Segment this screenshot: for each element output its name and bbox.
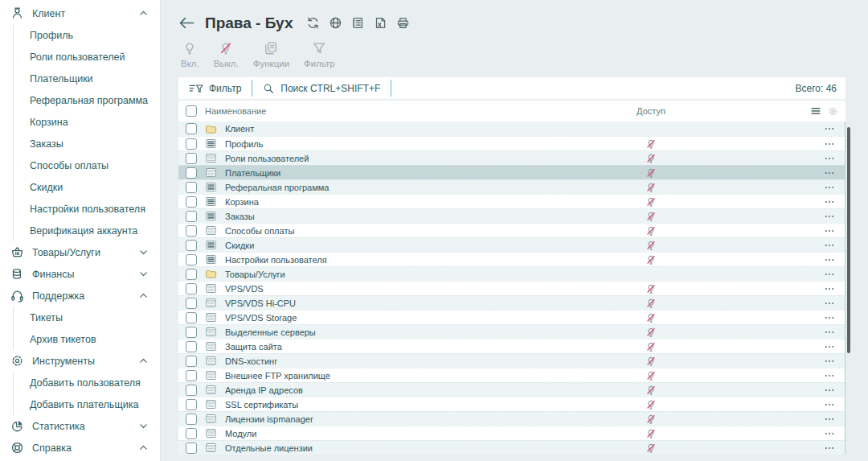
row-checkbox[interactable] [186, 385, 197, 396]
row-checkbox[interactable] [186, 225, 197, 237]
row-checkbox[interactable] [186, 240, 197, 251]
bulb-off-icon[interactable] [645, 356, 657, 367]
row-menu-button[interactable] [820, 414, 839, 425]
row-menu-button[interactable] [820, 312, 839, 323]
sidebar-item[interactable]: Способы оплаты [0, 154, 160, 176]
row-checkbox[interactable] [186, 167, 197, 179]
bulb-off-icon[interactable] [645, 385, 657, 396]
table-row[interactable]: Способы оплаты [178, 223, 845, 237]
table-row[interactable]: Корзина [178, 194, 845, 208]
chevron-up-icon[interactable] [138, 442, 149, 453]
sidebar-item[interactable]: Тикеты [0, 307, 160, 328]
row-checkbox[interactable] [186, 428, 197, 439]
chevron-up-icon[interactable] [138, 356, 149, 366]
sidebar-item[interactable]: Добавить пользователя [0, 372, 160, 393]
row-menu-button[interactable] [820, 153, 839, 164]
sidebar-item[interactable]: Настройки пользователя [0, 198, 160, 220]
bulb-off-icon[interactable] [645, 341, 657, 352]
table-row[interactable]: Товары/Услуги [178, 266, 845, 281]
table-row[interactable]: Внешнее FTP хранилище [178, 368, 845, 382]
log-icon[interactable] [351, 16, 365, 30]
gear-icon[interactable] [828, 106, 838, 117]
bulb-off-icon[interactable] [645, 225, 657, 237]
row-checkbox[interactable] [186, 370, 197, 381]
row-menu-button[interactable] [820, 138, 839, 150]
sidebar-item[interactable]: Роли пользователей [0, 46, 160, 68]
bulb-off-icon[interactable] [645, 399, 657, 410]
sidebar-item[interactable]: Плательщики [0, 68, 160, 89]
table-row[interactable]: Лицензии ispmanager [178, 411, 845, 426]
row-menu-button[interactable] [820, 211, 839, 222]
table-row[interactable]: Роли пользователей [178, 150, 845, 165]
hamburger-icon[interactable] [810, 105, 821, 117]
row-checkbox[interactable] [186, 327, 197, 338]
row-checkbox[interactable] [186, 312, 197, 323]
row-menu-button[interactable] [820, 225, 839, 237]
row-checkbox[interactable] [186, 298, 197, 309]
bulb-off-icon[interactable] [645, 298, 657, 309]
print-icon[interactable] [396, 16, 410, 30]
table-row[interactable]: Отдельные лицензии [178, 440, 845, 455]
row-checkbox[interactable] [186, 196, 197, 208]
table-row[interactable]: VPS/VDS Storage [178, 310, 845, 324]
row-checkbox[interactable] [186, 254, 197, 265]
table-row[interactable]: DNS-хостинг [178, 353, 845, 368]
table-row[interactable]: Аренда IP адресов [178, 382, 845, 397]
bulb-off-icon[interactable] [645, 428, 657, 439]
sidebar-section[interactable]: Клиент [0, 2, 160, 24]
sidebar-item[interactable]: Реферальная программа [0, 89, 160, 111]
table-row[interactable]: Клиент [178, 121, 845, 136]
bulb-off-icon[interactable] [645, 167, 657, 179]
row-menu-button[interactable] [820, 370, 839, 381]
row-menu-button[interactable] [820, 283, 839, 294]
search-button[interactable]: Поиск CTRL+SHIFT+F [252, 77, 391, 99]
row-checkbox[interactable] [186, 123, 197, 134]
export-excel-icon[interactable] [374, 16, 387, 30]
sidebar-item[interactable]: Корзина [0, 111, 160, 133]
toolbar-button[interactable]: Фильтр [297, 41, 342, 68]
table-row[interactable]: Защита сайта [178, 339, 845, 353]
row-menu-button[interactable] [820, 269, 839, 280]
sidebar-section[interactable]: Инструменты [0, 350, 160, 372]
row-checkbox[interactable] [186, 283, 197, 294]
bulb-off-icon[interactable] [645, 414, 657, 425]
toolbar-button[interactable]: Функции [246, 41, 297, 68]
table-row[interactable]: SSL сертификаты [178, 397, 845, 411]
table-row[interactable]: Настройки пользователя [178, 252, 845, 266]
filter-button[interactable]: Фильтр [178, 77, 252, 99]
bulb-off-icon[interactable] [645, 327, 657, 338]
table-row[interactable]: Модули [178, 426, 845, 440]
table-row[interactable]: Скидки [178, 237, 845, 252]
row-menu-button[interactable] [820, 399, 839, 410]
chevron-up-icon[interactable] [138, 8, 149, 19]
bulb-off-icon[interactable] [645, 211, 657, 222]
bulb-off-icon[interactable] [645, 283, 657, 294]
row-menu-button[interactable] [820, 341, 839, 352]
table-row[interactable]: Плательщики [178, 165, 845, 179]
sidebar-section[interactable]: Поддержка [0, 285, 160, 307]
table-row[interactable]: Выделенные серверы [178, 324, 845, 339]
bulb-off-icon[interactable] [645, 153, 657, 164]
chevron-down-icon[interactable] [138, 269, 149, 279]
row-checkbox[interactable] [186, 356, 197, 367]
bulb-off-icon[interactable] [645, 182, 657, 193]
sidebar-section[interactable]: Справка [0, 437, 160, 459]
table-row[interactable]: VPS/VDS Hi-CPU [178, 295, 845, 310]
back-arrow-icon[interactable] [178, 17, 194, 29]
bulb-off-icon[interactable] [645, 442, 657, 454]
row-menu-button[interactable] [820, 327, 839, 338]
sidebar-item[interactable]: Скидки [0, 176, 160, 198]
table-row[interactable]: VPS/VDS [178, 281, 845, 295]
globe-icon[interactable] [329, 16, 342, 30]
row-menu-button[interactable] [820, 167, 839, 179]
toolbar-button[interactable]: Вкл. [174, 41, 207, 68]
bulb-off-icon[interactable] [645, 240, 657, 251]
vertical-scrollbar[interactable] [847, 127, 850, 353]
row-menu-button[interactable] [820, 123, 839, 134]
row-checkbox[interactable] [186, 414, 197, 425]
row-menu-button[interactable] [820, 240, 839, 251]
row-menu-button[interactable] [820, 428, 839, 439]
row-menu-button[interactable] [820, 298, 839, 309]
select-all-checkbox[interactable] [186, 105, 197, 117]
bulb-off-icon[interactable] [645, 254, 657, 265]
